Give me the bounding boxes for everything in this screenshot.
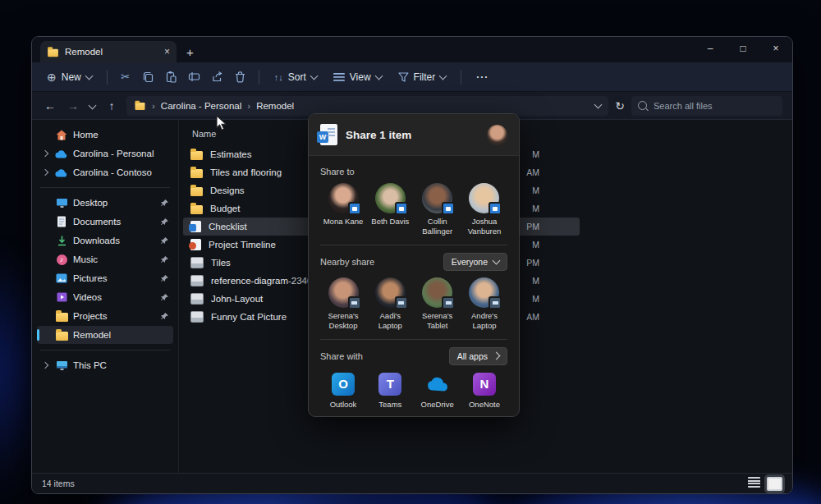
sidebar-item-downloads[interactable]: Downloads [37,231,173,250]
rename-button[interactable] [185,67,204,87]
sidebar-item-projects[interactable]: Projects [37,307,173,325]
app-name: Outlook [320,400,366,409]
share-to-people: Mona Kane Beth Davis Collin Ballinger Jo… [320,183,507,236]
chevron-down-icon [493,256,501,264]
new-button[interactable]: ⊕ New [40,67,99,87]
details-view-button[interactable] [748,477,760,488]
file-row[interactable]: Funny Cat Picture AM [183,308,287,326]
back-button[interactable]: ← [42,99,58,112]
pin-icon [161,237,168,245]
copy-button[interactable] [139,67,158,87]
file-row[interactable]: John-Layout M [183,290,263,308]
chevron-right-icon[interactable] [42,169,48,176]
chevron-right-icon[interactable] [42,150,48,157]
breadcrumb[interactable]: › Carolina - Personal › Remodel [126,96,608,116]
chevron-right-icon[interactable] [42,362,48,369]
app-teams[interactable]: T Teams [367,373,413,409]
maximize-button[interactable]: □ [727,37,759,60]
app-onenote[interactable]: N OneNote [461,373,507,409]
filter-button[interactable]: Filter [392,68,453,86]
file-row[interactable]: Budget M [183,199,240,218]
contact-collin-ballinger[interactable]: Collin Ballinger [415,183,461,236]
image-file-icon [190,275,204,286]
minimize-button[interactable]: – [694,37,727,60]
breadcrumb-item[interactable]: Carolina - Personal [161,101,241,111]
avatar [422,277,452,308]
forward-button[interactable]: → [65,99,81,112]
history-chevron-icon[interactable] [89,102,97,110]
file-row[interactable]: Tiles PM [183,254,231,272]
file-row[interactable]: Designs M [183,181,245,199]
user-avatar[interactable] [487,125,507,145]
outlook-icon: O [332,373,355,396]
close-button[interactable]: × [759,37,792,60]
file-name: Tiles [211,258,231,268]
sidebar-item-pictures[interactable]: Pictures [37,269,173,287]
device-badge-icon [442,296,455,309]
folder-icon [48,48,58,56]
nearby-scope-dropdown[interactable]: Everyone [443,253,507,271]
view-label: View [350,71,371,83]
chevron-down-icon [85,71,93,80]
paste-button[interactable] [162,67,181,87]
sidebar-item-documents[interactable]: Documents [37,213,173,231]
sidebar-item-this-pc[interactable]: This PC [37,356,173,374]
sidebar-item-carolina-contoso[interactable]: Carolina - Contoso [37,163,173,181]
app-onedrive[interactable]: OneDrive [415,373,461,409]
pin-icon [161,294,168,301]
search-input[interactable] [652,100,776,112]
sidebar-item-carolina-personal[interactable]: Carolina - Personal [37,144,173,163]
file-row[interactable]: Project Timeline M [183,236,276,254]
refresh-button[interactable]: ↻ [615,99,625,112]
sidebar-item-home[interactable]: Home [37,126,173,144]
up-button[interactable]: ↑ [103,99,120,112]
file-row[interactable]: reference-diagram-2340983 M [183,272,328,290]
mouse-cursor [216,115,227,131]
pin-icon [161,199,168,207]
file-row[interactable]: Estimates M [183,145,252,163]
chevron-down-icon [310,71,318,80]
search-box[interactable] [631,96,782,116]
more-icon: ··· [476,71,488,83]
device-badge-icon [348,296,361,309]
app-outlook[interactable]: O Outlook [320,373,366,409]
more-options-button[interactable]: ··· [470,68,495,86]
contact-name: Beth Davis [367,217,413,227]
sidebar-item-remodel[interactable]: Remodel [37,326,173,344]
sidebar-item-videos[interactable]: Videos [37,288,173,306]
desktop-icon [55,196,68,209]
device-serenas-tablet[interactable]: Serena's Tablet [415,277,461,331]
new-tab-button[interactable]: + [186,45,194,59]
tab-close-icon[interactable]: × [164,46,170,57]
contact-name: Collin Ballinger [415,217,461,236]
documents-icon [55,215,68,228]
breadcrumb-item[interactable]: Remodel [256,101,294,111]
device-aadis-laptop[interactable]: Aadi's Laptop [367,277,413,331]
large-icons-view-button[interactable] [767,477,782,491]
powerpoint-document-icon [190,239,201,250]
device-andres-laptop[interactable]: Andre's Laptop [461,277,507,331]
contact-mona-kane[interactable]: Mona Kane [320,183,366,236]
document-lines [328,128,335,136]
cut-button[interactable]: ✂ [116,67,135,87]
avatar [375,277,406,308]
tab-remodel[interactable]: Remodel × [40,41,177,62]
contact-beth-davis[interactable]: Beth Davis [367,183,413,236]
share-apps: O Outlook T Teams OneDrive N OneNote [320,373,507,409]
sidebar-label: Videos [73,292,156,302]
sort-button[interactable]: ↑↓ Sort [268,68,323,86]
view-button[interactable]: View [327,68,388,86]
contact-joshua-vanburen[interactable]: Joshua Vanburen [461,183,507,236]
device-serenas-desktop[interactable]: Serena's Desktop [320,277,366,331]
sidebar-label: Music [73,254,156,264]
sidebar-item-music[interactable]: ♪ Music [37,250,173,268]
share-button[interactable] [208,67,227,87]
address-dropdown-icon[interactable] [594,100,603,108]
device-name: Aadi's Laptop [367,311,413,331]
sidebar-item-desktop[interactable]: Desktop [37,194,173,212]
delete-button[interactable] [231,67,250,87]
all-apps-button[interactable]: All apps [449,347,507,365]
folder-icon [190,151,203,160]
file-row[interactable]: Tiles and flooring AM [183,163,282,181]
word-document-icon [190,221,201,232]
